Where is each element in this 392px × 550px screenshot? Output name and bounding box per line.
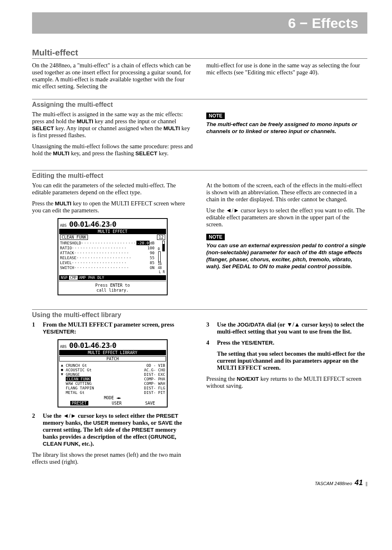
edit-note: You can use an external expression pedal… <box>206 242 367 270</box>
section-edit-title: Editing the multi-effect <box>32 170 367 179</box>
section-multi-title: Multi-effect <box>32 48 367 59</box>
multi-p1: On the 2488neo, a "multi-effect" is a ch… <box>32 62 193 90</box>
note-badge-2: NOTE <box>206 234 225 240</box>
lcd-multi-library: ABS 00h 01m 46s 23f 0 MULTI EFFECT LIBRA… <box>58 339 168 407</box>
step-3: 3 Use the JOG/DATA dial (or ▼/▲ cursor k… <box>206 321 367 335</box>
assign-note: The multi-effect can be freely assigned … <box>206 121 367 135</box>
edit-p1: You can edit the parameters of the selec… <box>32 182 193 196</box>
step-2: 2 Use the ◄/► cursor keys to select eith… <box>32 412 193 447</box>
assign-p2: Unassigning the multi-effect follows the… <box>32 143 193 157</box>
edit-p4: Use the ◄/► cursor keys to select the ef… <box>206 207 367 228</box>
lib-after2: The library list shows the preset names … <box>32 451 193 465</box>
section-assign-title: Assigning the multi-effect <box>32 99 367 108</box>
note-badge: NOTE <box>206 113 225 119</box>
chapter-title: 6 − Effects <box>288 15 358 31</box>
assign-p1: The multi-effect is assigned in the same… <box>32 111 193 139</box>
edit-p2: Press the MULTI key to open the MULTI EF… <box>32 200 193 214</box>
lib-last: Pressing the NO/EXIT key returns to the … <box>206 375 367 389</box>
edit-p3: At the bottom of the screen, each of the… <box>206 182 367 203</box>
lcd-multi-effect: ABS 00h 01m 46s 23f 0 MULTI EFFECT CLEAN… <box>58 218 168 295</box>
step-4: 4 Press the YES/ENTER. <box>206 339 367 346</box>
section-lib-title: Using the multi-effect library <box>32 309 367 319</box>
step-4-after: The setting that you select becomes the … <box>206 350 367 371</box>
multi-p2: multi-effect for use is done in the same… <box>206 62 367 76</box>
step-1: 1 From the MULTI EFFECT parameter screen… <box>32 321 193 335</box>
chapter-header: 6 − Effects <box>32 12 367 34</box>
page-footer: TASCAM 2488neo 41 <box>32 479 367 487</box>
